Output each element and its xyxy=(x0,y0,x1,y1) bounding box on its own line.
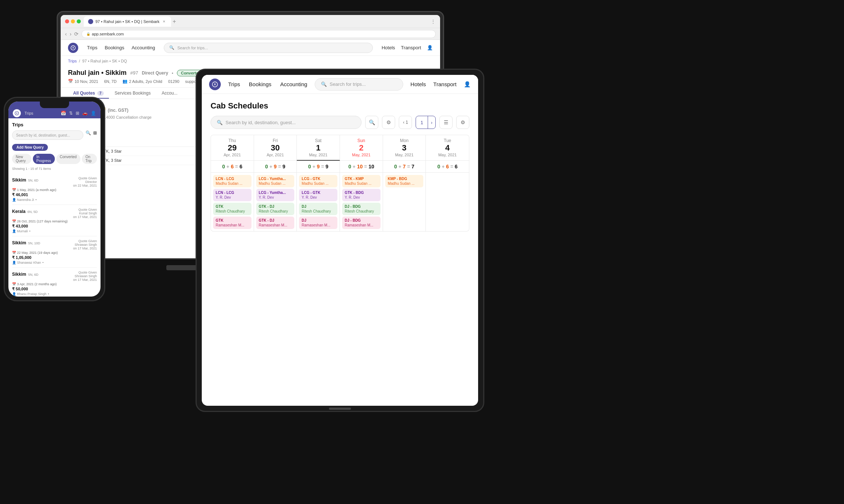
event-chip[interactable]: GTK - DJ Ramaseshan M... xyxy=(256,217,295,229)
day-num: 3 xyxy=(387,143,422,153)
browser-tab[interactable]: 97 • Rahul jain • SK • DQ | Sembark ✕ xyxy=(84,16,171,27)
trip-destination: Kerala 6N, 5D xyxy=(12,208,38,214)
new-tab-button[interactable]: + xyxy=(173,18,176,25)
cal-search-input[interactable]: 🔍 Search by id, destination, guest... xyxy=(211,116,362,129)
mobile-grid-icon[interactable]: ⊞ xyxy=(76,111,79,116)
mobile-add-query-button[interactable]: Add New Query xyxy=(12,144,48,151)
event-chip[interactable]: LCN - LCG Madhu Sudan ... xyxy=(213,175,251,187)
search-icon: 🔍 xyxy=(169,45,174,50)
event-chip[interactable]: DJ - BDG Ramaseshan M... xyxy=(342,217,381,229)
cal-search-placeholder: Search by id, destination, guest... xyxy=(226,120,296,125)
nav-trips[interactable]: Trips xyxy=(87,45,97,50)
forward-button[interactable]: › xyxy=(70,31,72,37)
trip-date: 📅 26 Oct, 2021 (127 days remaining) xyxy=(12,219,97,223)
mobile-trips-title: Trips xyxy=(12,122,97,127)
tablet-nav-trips[interactable]: Trips xyxy=(228,81,240,87)
cal-filter-button[interactable]: ⚙ xyxy=(382,116,395,129)
calendar-title: Cab Schedules xyxy=(211,101,469,111)
tablet-nav-accounting[interactable]: Accounting xyxy=(280,81,307,87)
filter-in-progress[interactable]: In Progress xyxy=(33,154,55,164)
list-item[interactable]: Sikkim 5N, 10D Quote Given Shrawan Singh… xyxy=(12,236,97,268)
close-button[interactable] xyxy=(65,19,69,23)
transport-link[interactable]: Transport xyxy=(401,45,421,50)
list-item[interactable]: Sikkim 5N, 6D Quote Given Shrawan Singh … xyxy=(12,268,97,297)
tab-accounting[interactable]: Accou... xyxy=(156,88,182,99)
event-chip[interactable]: LCG - GTK Y. R. Dev xyxy=(299,189,337,201)
mobile-calendar-icon[interactable]: 📅 xyxy=(61,111,66,116)
day-num: 2 xyxy=(344,143,379,153)
event-chip[interactable]: DJ Ritesh Chaudhary xyxy=(299,203,337,215)
mobile-search-icon[interactable]: 🔍 xyxy=(86,130,91,140)
nav-bookings[interactable]: Bookings xyxy=(105,45,124,50)
event-chip[interactable]: KMP - BDG Madhu Sudan ... xyxy=(385,175,424,187)
tab-favicon xyxy=(88,19,93,24)
event-chip[interactable]: DJ - BDG Ritesh Chaudhary xyxy=(342,203,381,215)
app-search[interactable]: 🔍 Search for trips... xyxy=(164,43,373,53)
cal-page-next[interactable]: › xyxy=(428,116,435,129)
day-num: 30 xyxy=(258,143,293,153)
tab-title: 97 • Rahul jain • SK • DQ | Sembark xyxy=(95,19,159,24)
tablet-app-header: Trips Bookings Accounting 🔍 Search for t… xyxy=(202,75,478,94)
mobile-car-icon[interactable]: 🚗 xyxy=(82,111,88,116)
trip-date: 📅 1 May, 2021 (a month ago) xyxy=(12,188,97,192)
trip-card-row: Sikkim 5N, 6D Quote Given Shrawan Singh … xyxy=(12,271,97,282)
cal-day-thu: Thu 29 Apr, 2021 xyxy=(211,135,254,161)
cal-events-fri: LCG - Yumtha... Madhu Sudan ... LCG - Yu… xyxy=(254,173,297,231)
cal-day-sun: Sun 2 May, 2021 xyxy=(340,135,383,161)
filter-new-query[interactable]: New Query xyxy=(12,154,31,164)
cal-settings-button[interactable]: ⚙ xyxy=(456,116,469,129)
cal-events-mon: KMP - BDG Madhu Sudan ... xyxy=(383,173,426,231)
cal-list-view-button[interactable]: ☰ xyxy=(439,116,453,129)
nav-accounting[interactable]: Accounting xyxy=(132,45,155,50)
tablet-home-button[interactable] xyxy=(329,408,351,410)
maximize-button[interactable] xyxy=(77,19,81,23)
mobile-nav-icons: 📅 ⇅ ⊞ 🚗 👤 xyxy=(61,111,96,116)
mobile-sort-icon[interactable]: ⇅ xyxy=(69,111,73,116)
tablet-hotels-link[interactable]: Hotels xyxy=(410,81,426,87)
event-chip[interactable]: GTK Ritesh Chaudhary xyxy=(213,203,251,215)
mobile-filter-icon[interactable]: ⊞ xyxy=(93,130,97,140)
event-chip[interactable]: LCG - Yumtha... Madhu Sudan ... xyxy=(256,175,295,187)
event-chip[interactable]: GTK - KMP Madhu Sudan ... xyxy=(342,175,381,187)
filter-converted[interactable]: Converted xyxy=(56,154,80,164)
event-chip[interactable]: LCG - Yumtha... Y. R. Dev xyxy=(256,189,295,201)
event-chip[interactable]: LCG - GTK Madhu Sudan ... xyxy=(299,175,337,187)
app-nav: Trips Bookings Accounting xyxy=(87,45,155,50)
minimize-button[interactable] xyxy=(71,19,75,23)
refresh-button[interactable]: ⟳ xyxy=(74,31,79,37)
tablet-transport-link[interactable]: Transport xyxy=(433,81,457,87)
back-button[interactable]: ‹ xyxy=(65,31,67,37)
cal-events-sat: LCG - GTK Madhu Sudan ... LCG - GTK Y. R… xyxy=(297,173,340,231)
mobile-filter-tabs: New Query In Progress Converted On Trip xyxy=(12,154,97,164)
list-item[interactable]: Sikkim 5N, 6D Quote Given Director on 22… xyxy=(12,173,97,205)
tablet-device: Trips Bookings Accounting 🔍 Search for t… xyxy=(196,69,484,412)
day-name: Fri xyxy=(258,138,293,143)
event-chip[interactable]: GTK - DJ Ritesh Chaudhary xyxy=(256,203,295,215)
event-chip[interactable]: GTK - BDG Y. R. Dev xyxy=(342,189,381,201)
tab-services-bookings[interactable]: Services Bookings xyxy=(110,88,156,99)
event-chip[interactable]: DJ Ramaseshan M... xyxy=(299,217,337,229)
tab-close-icon[interactable]: ✕ xyxy=(162,19,167,24)
breadcrumb-trips[interactable]: Trips xyxy=(68,59,77,63)
filter-on-trip[interactable]: On Trip xyxy=(82,154,97,164)
mobile-search-row: Search by id, destination, guest... 🔍 ⊞ xyxy=(12,130,97,140)
hotels-link[interactable]: Hotels xyxy=(382,45,395,50)
tablet-nav-bookings[interactable]: Bookings xyxy=(249,81,272,87)
mobile-screen: Trips 📅 ⇅ ⊞ 🚗 👤 Trips Search by id, dest… xyxy=(8,102,101,297)
browser-bar: 97 • Rahul jain • SK • DQ | Sembark ✕ + … xyxy=(61,15,440,28)
trip-price: ₹ 1,05,000 xyxy=(12,255,97,260)
user-icon[interactable]: 👤 xyxy=(427,45,433,50)
browser-menu-icon[interactable]: ⋮ xyxy=(431,19,436,24)
day-name: Mon xyxy=(387,138,422,143)
mobile-user-icon[interactable]: 👤 xyxy=(91,111,96,116)
list-item[interactable]: Kerala 6N, 5D Quote Given Kunal Singh on… xyxy=(12,205,97,236)
tablet-user-icon[interactable]: 👤 xyxy=(464,81,471,88)
mobile-search-input[interactable]: Search by id, destination, guest... xyxy=(12,130,83,140)
cal-search-button[interactable]: 🔍 xyxy=(365,116,378,129)
cal-prev-button[interactable]: ‹ 1 xyxy=(399,116,412,129)
tablet-search[interactable]: 🔍 Search for trips... xyxy=(315,78,403,91)
event-chip[interactable]: GTK Ramaseshan M... xyxy=(213,217,251,229)
event-chip[interactable]: LCN - LCG Y. R. Dev xyxy=(213,189,251,201)
mobile-nav-trips[interactable]: Trips xyxy=(24,111,33,115)
address-bar[interactable]: 🔒 app.sembark.com xyxy=(82,30,436,38)
